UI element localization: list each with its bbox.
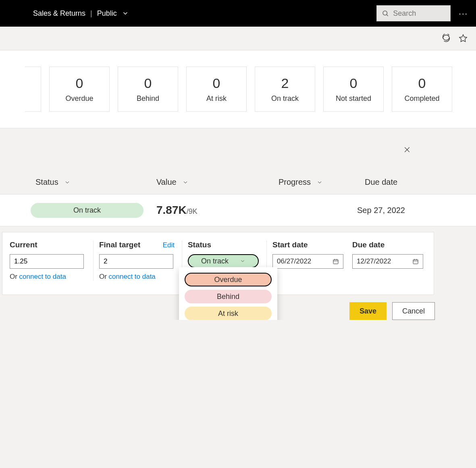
status-card-overdue[interactable]: 0 Overdue xyxy=(49,67,110,112)
status-pill: On track xyxy=(31,203,143,218)
status-select-value: On track xyxy=(201,257,229,265)
card-label: Completed xyxy=(404,94,439,103)
value-target: /9K xyxy=(187,207,197,215)
svg-point-0 xyxy=(383,11,387,15)
calendar-icon xyxy=(412,258,419,265)
breadcrumb-title[interactable]: Sales & Returns xyxy=(33,9,85,18)
chevron-down-icon xyxy=(240,258,245,264)
breadcrumb-separator: | xyxy=(90,9,92,18)
top-bar: Sales & Returns | Public ··· xyxy=(0,0,476,27)
cancel-button[interactable]: Cancel xyxy=(392,302,435,320)
dropdown-option-behind[interactable]: Behind xyxy=(185,290,272,303)
status-card-behind[interactable]: 0 Behind xyxy=(118,67,178,112)
card-count: 0 xyxy=(418,75,426,91)
refresh-icon[interactable] xyxy=(441,33,451,43)
card-count: 0 xyxy=(350,75,358,91)
col-header-label: Value xyxy=(156,178,177,187)
card-label: Behind xyxy=(137,94,159,103)
edit-target-link[interactable]: Edit xyxy=(163,241,175,249)
status-card-completed[interactable]: 0 Completed xyxy=(392,67,452,112)
status-card-notstarted[interactable]: 0 Not started xyxy=(323,67,384,112)
col-header-status[interactable]: Status xyxy=(35,178,156,187)
current-label: Current xyxy=(10,240,86,249)
current-input[interactable] xyxy=(10,254,84,269)
chevron-down-icon xyxy=(64,179,71,186)
form-col-due: Due date 12/27/2022 xyxy=(347,240,426,281)
card-label: Overdue xyxy=(65,94,93,103)
data-row[interactable]: On track 7.87K/9K Sep 27, 2022 xyxy=(0,194,476,226)
status-label: Status xyxy=(188,240,259,249)
due-cell: Sep 27, 2022 xyxy=(357,206,405,215)
due-date-input[interactable]: 12/27/2022 xyxy=(352,254,423,269)
col-header-label: Status xyxy=(35,178,58,187)
or-connect-target: Or connect to data xyxy=(99,273,175,281)
or-connect-current: Or connect to data xyxy=(10,273,86,281)
start-date-label: Start date xyxy=(272,240,339,249)
more-icon[interactable]: ··· xyxy=(459,9,468,18)
card-count: 0 xyxy=(76,75,83,91)
close-icon[interactable] xyxy=(402,145,412,155)
status-cards-area: 0 Overdue 0 Behind 0 At risk 2 On track … xyxy=(0,50,476,128)
start-date-input[interactable]: 06/27/2022 xyxy=(272,254,343,269)
svg-rect-5 xyxy=(333,259,338,264)
connect-to-data-link[interactable]: connect to data xyxy=(19,273,66,280)
breadcrumb-section[interactable]: Public xyxy=(97,9,117,18)
form-col-start: Start date 06/27/2022 xyxy=(267,240,347,281)
svg-rect-9 xyxy=(413,259,418,264)
status-select[interactable]: On track xyxy=(188,254,259,268)
svg-marker-2 xyxy=(459,35,467,42)
breadcrumb: Sales & Returns | Public xyxy=(33,9,129,18)
card-count: 0 xyxy=(213,75,220,91)
target-label: Final targetEdit xyxy=(99,240,175,249)
target-input[interactable] xyxy=(99,254,173,269)
card-count: 2 xyxy=(281,75,289,91)
form-col-target: Final targetEdit Or connect to data xyxy=(94,240,182,281)
search-box[interactable] xyxy=(376,5,451,21)
chevron-down-icon[interactable] xyxy=(122,10,129,17)
status-card-atrisk[interactable]: 0 At risk xyxy=(186,67,247,112)
chevron-down-icon xyxy=(316,179,323,186)
search-input[interactable] xyxy=(393,9,445,18)
panel-header xyxy=(0,138,422,161)
svg-line-1 xyxy=(387,15,388,16)
card-count: 0 xyxy=(144,75,152,91)
status-dropdown: Overdue Behind At risk On track Not star… xyxy=(179,267,277,320)
status-card-ontrack[interactable]: 2 On track xyxy=(255,67,315,112)
edit-form: Current Or connect to data Final targetE… xyxy=(2,232,434,295)
search-icon xyxy=(382,10,389,17)
col-header-label: Due date xyxy=(365,178,397,187)
col-header-label: Progress xyxy=(279,178,311,187)
dropdown-option-atrisk[interactable]: At risk xyxy=(185,307,272,320)
sub-bar xyxy=(0,27,476,50)
card-label: On track xyxy=(271,94,299,103)
due-date-value: 12/27/2022 xyxy=(357,257,391,265)
form-col-current: Current Or connect to data xyxy=(10,240,94,281)
status-card-edge xyxy=(25,67,41,112)
star-icon[interactable] xyxy=(458,33,468,43)
save-button[interactable]: Save xyxy=(349,302,387,320)
calendar-icon xyxy=(333,258,339,265)
col-header-value[interactable]: Value xyxy=(156,178,279,187)
connect-to-data-link[interactable]: connect to data xyxy=(109,273,156,280)
start-date-value: 06/27/2022 xyxy=(277,257,311,265)
status-cards-row: 0 Overdue 0 Behind 0 At risk 2 On track … xyxy=(0,67,476,112)
col-header-progress[interactable]: Progress xyxy=(279,178,365,187)
dropdown-option-overdue[interactable]: Overdue xyxy=(185,273,272,286)
card-label: At risk xyxy=(206,94,227,103)
col-header-due[interactable]: Due date xyxy=(365,178,397,187)
chevron-down-icon xyxy=(182,179,189,186)
due-date-label: Due date xyxy=(352,240,419,249)
card-label: Not started xyxy=(336,94,371,103)
top-right: ··· xyxy=(376,5,468,21)
value-main: 7.87K xyxy=(156,204,187,216)
column-headers: Status Value Progress Due date xyxy=(0,161,476,194)
value-cell: 7.87K/9K xyxy=(156,204,277,217)
